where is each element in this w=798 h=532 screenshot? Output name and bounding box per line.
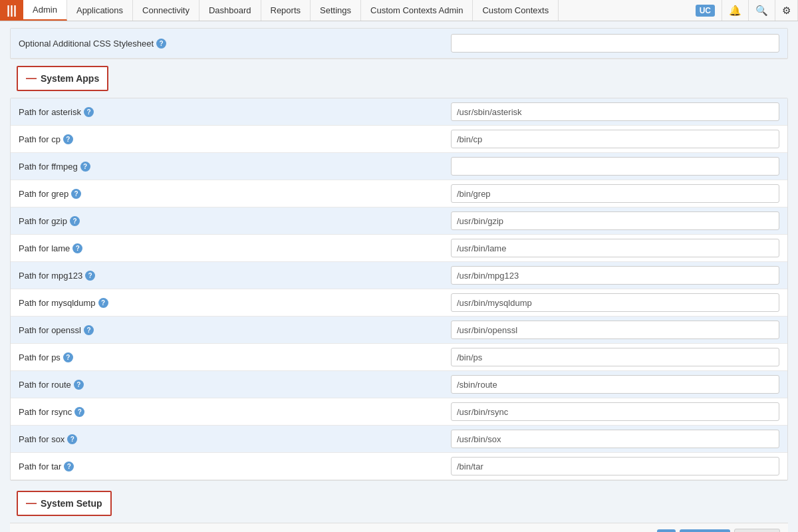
- help-icon-12[interactable]: ?: [67, 434, 77, 444]
- css-stylesheet-input-container: [451, 34, 779, 53]
- nav-connectivity[interactable]: Connectivity: [133, 0, 200, 21]
- notifications-icon[interactable]: 🔔: [722, 0, 749, 21]
- field-label-path-for-ffmpeg: Path for ffmpeg?: [19, 162, 451, 172]
- uc-badge-nav[interactable]: UC: [689, 0, 722, 21]
- input-container-3: [451, 184, 779, 203]
- field-label-path-for-grep: Path for grep?: [19, 189, 451, 199]
- field-input-10[interactable]: [451, 375, 779, 394]
- input-container-7: [451, 293, 779, 312]
- system-apps-row: Path for rsync?: [11, 398, 787, 426]
- nav-custom-contexts[interactable]: Custom Contexts: [473, 0, 559, 21]
- help-icon-10[interactable]: ?: [74, 380, 84, 390]
- system-setup-title: System Setup: [41, 498, 102, 509]
- input-container-11: [451, 402, 779, 421]
- input-container-1: [451, 130, 779, 148]
- nav-settings[interactable]: Settings: [311, 0, 361, 21]
- input-container-10: [451, 375, 779, 394]
- css-stylesheet-label: Optional Additional CSS Stylesheet ?: [19, 39, 451, 49]
- system-apps-row: Path for cp?: [11, 126, 787, 153]
- nav-dashboard[interactable]: Dashboard: [200, 0, 261, 21]
- reset-button[interactable]: Reset: [734, 529, 780, 532]
- field-label-path-for-mysqldump: Path for mysqldump?: [19, 298, 451, 308]
- css-stylesheet-input[interactable]: [451, 34, 779, 53]
- input-container-12: [451, 430, 779, 448]
- nav-custom-contexts-admin[interactable]: Custom Contexts Admin: [361, 0, 473, 21]
- system-setup-collapse-icon: —: [26, 497, 37, 509]
- settings-icon[interactable]: ⚙: [775, 0, 798, 21]
- input-container-9: [451, 348, 779, 366]
- navbar-right: UC 🔔 🔍 ⚙: [689, 0, 798, 21]
- system-apps-row: Path for gzip?: [11, 207, 787, 235]
- top-section: Optional Additional CSS Stylesheet ?: [10, 28, 788, 59]
- field-input-2[interactable]: [451, 157, 779, 176]
- system-apps-row: Path for asterisk?: [11, 98, 787, 126]
- field-label-path-for-lame: Path for lame?: [19, 243, 451, 253]
- help-icon-4[interactable]: ?: [70, 216, 80, 226]
- system-apps-row: Path for mpg123?: [11, 262, 787, 289]
- system-apps-row: Path for ps?: [11, 344, 787, 371]
- field-label-path-for-ps: Path for ps?: [19, 352, 451, 362]
- system-apps-container: Path for asterisk?Path for cp?Path for f…: [10, 98, 788, 481]
- field-label-path-for-mpg123: Path for mpg123?: [19, 271, 451, 281]
- field-input-6[interactable]: [451, 266, 779, 285]
- system-apps-row: Path for tar?: [11, 453, 787, 480]
- field-input-9[interactable]: [451, 348, 779, 366]
- field-label-path-for-openssl: Path for openssl?: [19, 325, 451, 335]
- nav-admin[interactable]: Admin: [23, 0, 67, 21]
- search-icon[interactable]: 🔍: [749, 0, 775, 21]
- system-apps-collapse-icon: —: [26, 72, 37, 84]
- field-label-path-for-gzip: Path for gzip?: [19, 216, 451, 226]
- system-setup-section-header[interactable]: — System Setup: [17, 491, 112, 516]
- help-icon-9[interactable]: ?: [63, 352, 73, 362]
- field-input-13[interactable]: [451, 457, 779, 475]
- system-apps-row: Path for grep?: [11, 180, 787, 207]
- uc-label: UC: [696, 5, 715, 17]
- field-input-0[interactable]: [451, 102, 779, 121]
- nav-applications[interactable]: Applications: [67, 0, 133, 21]
- footer-bar: » Submit Reset: [10, 523, 788, 532]
- field-input-5[interactable]: [451, 239, 779, 257]
- css-stylesheet-row: Optional Additional CSS Stylesheet ?: [11, 29, 787, 59]
- navbar: ||| Admin Applications Connectivity Dash…: [0, 0, 798, 21]
- brand-icon: |||: [7, 3, 17, 17]
- input-container-2: [451, 157, 779, 176]
- system-apps-row: Path for mysqldump?: [11, 289, 787, 317]
- input-container-0: [451, 102, 779, 121]
- help-icon-13[interactable]: ?: [64, 462, 74, 471]
- system-apps-row: Path for lame?: [11, 235, 787, 262]
- arrow-button[interactable]: »: [657, 529, 676, 532]
- help-icon-1[interactable]: ?: [63, 134, 73, 144]
- field-label-path-for-tar: Path for tar?: [19, 462, 451, 471]
- field-input-4[interactable]: [451, 211, 779, 230]
- submit-button[interactable]: Submit: [680, 529, 730, 532]
- system-apps-title: System Apps: [41, 73, 99, 84]
- input-container-5: [451, 239, 779, 257]
- help-icon-0[interactable]: ?: [84, 107, 94, 117]
- field-label-path-for-rsync: Path for rsync?: [19, 407, 451, 417]
- help-icon-2[interactable]: ?: [80, 162, 90, 172]
- field-input-8[interactable]: [451, 321, 779, 339]
- css-stylesheet-help-icon[interactable]: ?: [156, 39, 166, 49]
- input-container-4: [451, 211, 779, 230]
- input-container-13: [451, 457, 779, 475]
- field-label-path-for-cp: Path for cp?: [19, 134, 451, 144]
- system-apps-row: Path for ffmpeg?: [11, 153, 787, 180]
- field-input-11[interactable]: [451, 402, 779, 421]
- help-icon-3[interactable]: ?: [71, 189, 81, 199]
- field-input-3[interactable]: [451, 184, 779, 203]
- help-icon-11[interactable]: ?: [74, 407, 84, 417]
- field-input-12[interactable]: [451, 430, 779, 448]
- help-icon-8[interactable]: ?: [84, 325, 94, 335]
- field-label-path-for-route: Path for route?: [19, 380, 451, 390]
- field-input-7[interactable]: [451, 293, 779, 312]
- field-input-1[interactable]: [451, 130, 779, 148]
- system-apps-row: Path for openssl?: [11, 317, 787, 344]
- help-icon-6[interactable]: ?: [85, 271, 95, 281]
- field-label-path-for-asterisk: Path for asterisk?: [19, 107, 451, 117]
- help-icon-5[interactable]: ?: [72, 243, 82, 253]
- help-icon-7[interactable]: ?: [98, 298, 108, 308]
- system-apps-section-header[interactable]: — System Apps: [17, 66, 108, 91]
- input-container-6: [451, 266, 779, 285]
- nav-reports[interactable]: Reports: [261, 0, 311, 21]
- main-content: Optional Additional CSS Stylesheet ? — S…: [0, 21, 798, 532]
